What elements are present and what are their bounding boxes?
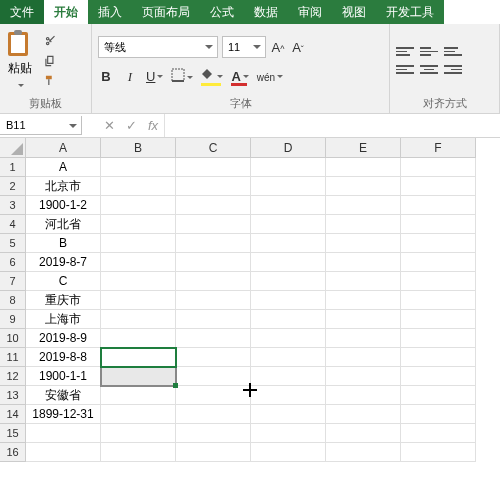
- cell[interactable]: [251, 405, 326, 424]
- row-header[interactable]: 9: [0, 310, 26, 329]
- cell[interactable]: [176, 424, 251, 443]
- cell[interactable]: 北京市: [26, 177, 101, 196]
- copy-icon[interactable]: [42, 54, 58, 68]
- cell[interactable]: [176, 253, 251, 272]
- cell[interactable]: [176, 443, 251, 462]
- cell[interactable]: [101, 405, 176, 424]
- cell[interactable]: [401, 291, 476, 310]
- cell[interactable]: [326, 348, 401, 367]
- name-box[interactable]: B11: [0, 116, 82, 135]
- col-header[interactable]: B: [101, 138, 176, 158]
- cell[interactable]: [401, 196, 476, 215]
- cell[interactable]: [326, 215, 401, 234]
- enter-icon[interactable]: ✓: [120, 118, 142, 133]
- tab-插入[interactable]: 插入: [88, 0, 132, 24]
- cell[interactable]: [251, 291, 326, 310]
- cell[interactable]: 河北省: [26, 215, 101, 234]
- cancel-icon[interactable]: ✕: [98, 118, 120, 133]
- cell[interactable]: [326, 386, 401, 405]
- cell[interactable]: [251, 329, 326, 348]
- cell[interactable]: [326, 272, 401, 291]
- row-header[interactable]: 10: [0, 329, 26, 348]
- italic-button[interactable]: I: [122, 69, 138, 85]
- cut-icon[interactable]: [42, 34, 58, 48]
- cell[interactable]: [101, 158, 176, 177]
- paste-button[interactable]: 粘贴: [6, 28, 34, 93]
- row-header[interactable]: 14: [0, 405, 26, 424]
- col-header[interactable]: E: [326, 138, 401, 158]
- cell[interactable]: [326, 367, 401, 386]
- align-center-button[interactable]: [420, 63, 438, 77]
- row-header[interactable]: 2: [0, 177, 26, 196]
- col-header[interactable]: D: [251, 138, 326, 158]
- cell[interactable]: [101, 291, 176, 310]
- cell[interactable]: 2019-8-8: [26, 348, 101, 367]
- cell[interactable]: 上海市: [26, 310, 101, 329]
- decrease-font-icon[interactable]: Aˇ: [290, 40, 306, 55]
- cell[interactable]: [401, 405, 476, 424]
- underline-button[interactable]: U: [146, 69, 163, 84]
- tab-视图[interactable]: 视图: [332, 0, 376, 24]
- col-header[interactable]: C: [176, 138, 251, 158]
- select-all-corner[interactable]: [0, 138, 26, 158]
- cell[interactable]: [101, 253, 176, 272]
- increase-font-icon[interactable]: A^: [270, 40, 286, 55]
- cell[interactable]: [401, 177, 476, 196]
- cell[interactable]: [401, 158, 476, 177]
- cell[interactable]: B: [26, 234, 101, 253]
- cell[interactable]: [101, 424, 176, 443]
- cell[interactable]: [401, 215, 476, 234]
- cell[interactable]: [251, 310, 326, 329]
- font-size-select[interactable]: 11: [222, 36, 266, 58]
- cell[interactable]: 2019-8-7: [26, 253, 101, 272]
- cell[interactable]: [101, 310, 176, 329]
- cell[interactable]: [101, 329, 176, 348]
- tab-数据[interactable]: 数据: [244, 0, 288, 24]
- tab-开发工具[interactable]: 开发工具: [376, 0, 444, 24]
- tab-公式[interactable]: 公式: [200, 0, 244, 24]
- cell[interactable]: 2019-8-9: [26, 329, 101, 348]
- cell[interactable]: [251, 234, 326, 253]
- cell[interactable]: [251, 386, 326, 405]
- cell[interactable]: [251, 158, 326, 177]
- row-header[interactable]: 12: [0, 367, 26, 386]
- cell[interactable]: [326, 253, 401, 272]
- row-header[interactable]: 1: [0, 158, 26, 177]
- tab-开始[interactable]: 开始: [44, 0, 88, 24]
- cell[interactable]: C: [26, 272, 101, 291]
- cell[interactable]: [26, 424, 101, 443]
- cell[interactable]: [101, 272, 176, 291]
- cell[interactable]: [101, 196, 176, 215]
- cell[interactable]: [401, 329, 476, 348]
- row-header[interactable]: 5: [0, 234, 26, 253]
- cell[interactable]: [176, 158, 251, 177]
- cell[interactable]: [251, 424, 326, 443]
- tab-文件[interactable]: 文件: [0, 0, 44, 24]
- cell[interactable]: [176, 348, 251, 367]
- align-right-button[interactable]: [444, 63, 462, 77]
- row-header[interactable]: 8: [0, 291, 26, 310]
- font-name-select[interactable]: 等线: [98, 36, 218, 58]
- phonetic-button[interactable]: wén: [257, 69, 283, 84]
- cell[interactable]: [326, 310, 401, 329]
- font-color-button[interactable]: A: [231, 69, 248, 84]
- tab-页面布局[interactable]: 页面布局: [132, 0, 200, 24]
- cell[interactable]: [101, 443, 176, 462]
- cell[interactable]: [401, 367, 476, 386]
- row-header[interactable]: 11: [0, 348, 26, 367]
- cell[interactable]: [251, 196, 326, 215]
- cell[interactable]: [101, 367, 176, 386]
- cell[interactable]: [176, 367, 251, 386]
- cell[interactable]: [101, 215, 176, 234]
- cell[interactable]: 1899-12-31: [26, 405, 101, 424]
- cell[interactable]: [176, 215, 251, 234]
- cell[interactable]: [326, 158, 401, 177]
- cell[interactable]: [176, 310, 251, 329]
- row-header[interactable]: 4: [0, 215, 26, 234]
- cell[interactable]: [176, 329, 251, 348]
- cell[interactable]: [401, 253, 476, 272]
- cell[interactable]: [401, 310, 476, 329]
- format-painter-icon[interactable]: [42, 74, 58, 88]
- align-middle-button[interactable]: [420, 45, 438, 59]
- cell[interactable]: [176, 386, 251, 405]
